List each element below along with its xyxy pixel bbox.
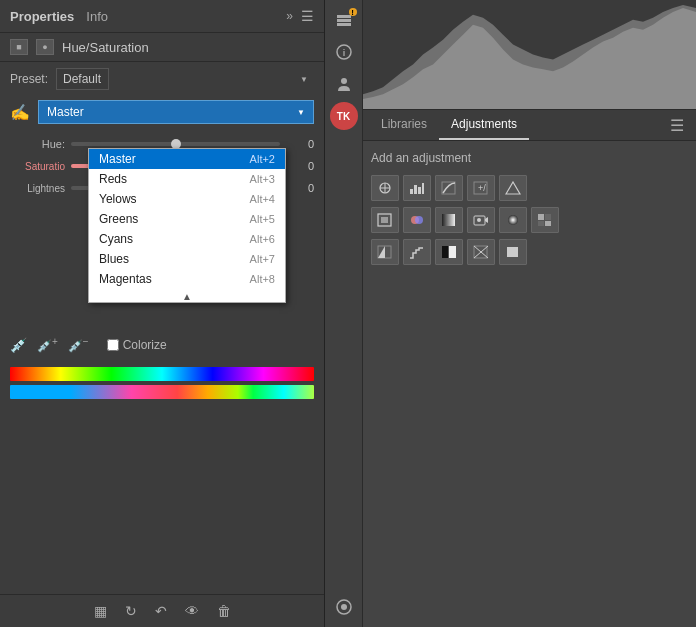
- eyedropper-plus-icon[interactable]: 💉+: [37, 336, 58, 353]
- colorize-label: Colorize: [123, 338, 167, 352]
- tab-libraries[interactable]: Libraries: [369, 110, 439, 140]
- dropdown-label-reds: Reds: [99, 172, 127, 186]
- tk-badge: TK: [330, 102, 358, 130]
- lightness-value: 0: [286, 182, 314, 194]
- circle-icon: ●: [36, 39, 54, 55]
- lightness-label: Lightnes: [10, 183, 65, 194]
- hand-tool-icon[interactable]: ✍: [10, 103, 30, 122]
- hue-slider-track[interactable]: [71, 142, 280, 146]
- svg-rect-1: [337, 19, 351, 22]
- trash-icon[interactable]: 🗑: [217, 603, 231, 619]
- solid-fill-icon[interactable]: [499, 239, 527, 265]
- preset-select-wrapper: Default: [56, 68, 314, 90]
- invert-icon[interactable]: [371, 239, 399, 265]
- brightness-contrast-icon[interactable]: [371, 175, 399, 201]
- posterize-icon[interactable]: [403, 239, 431, 265]
- svg-rect-34: [449, 246, 456, 258]
- colorize-checkbox[interactable]: [107, 339, 119, 351]
- sat-label: Saturatio: [10, 161, 65, 172]
- channel-dropdown-button[interactable]: Master ▼: [38, 100, 314, 124]
- tab-adjustments[interactable]: Adjustments: [439, 110, 529, 140]
- gradient-map-icon[interactable]: [499, 207, 527, 233]
- layer-icon: ■: [10, 39, 28, 55]
- properties-panel: Properties Info » ☰ ■ ● Hue/Saturation P…: [0, 0, 325, 627]
- add-adjustment-label: Add an adjustment: [371, 151, 688, 165]
- dropdown-item-magentas[interactable]: Magentas Alt+8: [89, 269, 285, 289]
- right-panel: Libraries Adjustments ☰ Add an adjustmen…: [363, 0, 696, 627]
- dropdown-shortcut-greens: Alt+5: [250, 213, 275, 225]
- svg-rect-27: [538, 214, 544, 220]
- threshold-icon[interactable]: [435, 239, 463, 265]
- hsl-icon[interactable]: [403, 207, 431, 233]
- hue-value: 0: [286, 138, 314, 150]
- dropdown-item-blues[interactable]: Blues Alt+7: [89, 249, 285, 269]
- svg-rect-38: [507, 247, 518, 257]
- info-tab[interactable]: Info: [86, 9, 108, 24]
- eyedropper-minus-icon[interactable]: 💉−: [68, 336, 89, 353]
- adj-icons-grid: +/: [371, 175, 688, 265]
- hue-label: Hue:: [10, 138, 65, 150]
- svg-rect-11: [414, 185, 417, 194]
- expand-icon[interactable]: »: [286, 9, 293, 23]
- dropdown-label-magentas: Magentas: [99, 272, 152, 286]
- adj-icons-row-2: [371, 207, 688, 233]
- adj-content: Add an adjustment: [363, 141, 696, 627]
- color-bar-bottom: [10, 385, 314, 399]
- vibrance-icon[interactable]: [499, 175, 527, 201]
- eye-icon[interactable]: 👁: [185, 603, 199, 619]
- adj-icons-row-1: +/: [371, 175, 688, 201]
- svg-rect-22: [442, 214, 455, 226]
- dropdown-label-cyans: Cyans: [99, 232, 133, 246]
- svg-rect-10: [410, 189, 413, 194]
- vib-square-icon[interactable]: [371, 207, 399, 233]
- select-color-icon[interactable]: [467, 239, 495, 265]
- svg-point-21: [415, 216, 423, 224]
- preset-select[interactable]: Default: [56, 68, 109, 90]
- svg-marker-17: [506, 182, 520, 194]
- preset-label: Preset:: [10, 72, 48, 86]
- svg-text:i: i: [342, 48, 345, 58]
- dropdown-item-master[interactable]: Master Alt+2: [89, 149, 285, 169]
- histogram-area: [363, 0, 696, 110]
- undo-icon[interactable]: ↶: [155, 603, 167, 619]
- layers-icon-btn[interactable]: !: [329, 6, 359, 34]
- eyedropper-icon[interactable]: 💉: [10, 337, 27, 353]
- tab-menu-icon[interactable]: ☰: [664, 112, 690, 139]
- channel-dropdown-arrow: ▼: [297, 108, 305, 117]
- panel-footer: ▦ ↻ ↶ 👁 🗑: [0, 594, 324, 627]
- svg-point-7: [341, 604, 347, 610]
- dropdown-item-yellows[interactable]: Yelows Alt+4: [89, 189, 285, 209]
- svg-rect-0: [337, 15, 351, 18]
- color-lookup-icon[interactable]: [531, 207, 559, 233]
- dropdown-label-master: Master: [99, 152, 136, 166]
- tk-icon-btn[interactable]: TK: [329, 102, 359, 130]
- grayscale-icon[interactable]: [435, 207, 463, 233]
- dropdown-label-greens: Greens: [99, 212, 138, 226]
- histogram-chart: [363, 0, 696, 109]
- colormix-icon[interactable]: [467, 207, 495, 233]
- menu-icon[interactable]: ☰: [301, 8, 314, 24]
- middle-strip: ! i TK: [325, 0, 363, 627]
- dropdown-item-greens[interactable]: Greens Alt+5: [89, 209, 285, 229]
- info-icon-btn[interactable]: i: [329, 38, 359, 66]
- dropdown-shortcut-reds: Alt+3: [250, 173, 275, 185]
- svg-marker-32: [378, 246, 385, 258]
- loop-icon[interactable]: ↻: [125, 603, 137, 619]
- svg-text:+/: +/: [478, 183, 486, 193]
- adj-icons-row-3: [371, 239, 688, 265]
- svg-point-5: [341, 78, 347, 84]
- mask-icon[interactable]: ▦: [94, 603, 107, 619]
- svg-point-25: [477, 218, 481, 222]
- curves-icon[interactable]: [435, 175, 463, 201]
- dropdown-shortcut-cyans: Alt+6: [250, 233, 275, 245]
- eyedroppers-row: 💉 💉+ 💉− Colorize: [0, 330, 324, 359]
- svg-rect-28: [545, 214, 551, 220]
- dropdown-item-cyans[interactable]: Cyans Alt+6: [89, 229, 285, 249]
- dropdown-item-reds[interactable]: Reds Alt+3: [89, 169, 285, 189]
- exposure-icon[interactable]: +/: [467, 175, 495, 201]
- people-icon-btn[interactable]: [329, 70, 359, 98]
- levels-icon[interactable]: [403, 175, 431, 201]
- channel-selected-label: Master: [47, 105, 84, 119]
- camera-icon-btn[interactable]: [329, 593, 359, 621]
- channel-row: ✍ Master ▼: [0, 96, 324, 128]
